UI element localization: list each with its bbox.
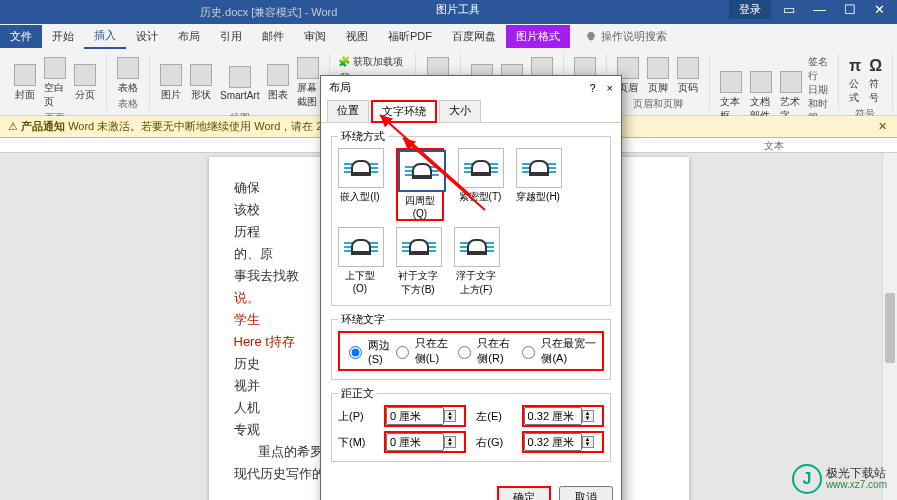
wrap-infront[interactable]: 浮于文字上方(F): [454, 227, 498, 297]
blank-page-button[interactable]: 空白页: [42, 55, 68, 111]
tab-file[interactable]: 文件: [0, 25, 42, 48]
equation-button[interactable]: π公式: [847, 55, 863, 107]
wrap-tight-icon: [458, 148, 504, 188]
tab-view[interactable]: 视图: [336, 25, 378, 48]
context-tab-name: 图片工具: [436, 2, 480, 17]
dist-top-label: 上(P): [338, 409, 374, 424]
watermark-logo: J 极光下载站 www.xz7.com: [792, 464, 887, 494]
dialog-close-icon[interactable]: ×: [607, 82, 613, 94]
distance-group: 距正文 上(P) ▲▼ 左(E) ▲▼ 下(M) ▲▼ 右(G) ▲▼: [331, 386, 611, 462]
pagenumber-button[interactable]: 页码: [675, 55, 701, 97]
group-text-label: 文本: [718, 139, 829, 153]
tab-design[interactable]: 设计: [126, 25, 168, 48]
wrap-style-legend: 环绕方式: [338, 129, 388, 144]
radio-right-only[interactable]: 只在右侧(R): [453, 336, 517, 366]
radio-left-only-input[interactable]: [396, 346, 409, 359]
warning-tag: 产品通知: [21, 119, 65, 134]
dist-left-input[interactable]: [524, 407, 582, 425]
radio-right-only-input[interactable]: [458, 346, 471, 359]
table-button[interactable]: 表格: [115, 55, 141, 97]
cover-page-button[interactable]: 封面: [12, 62, 38, 104]
screenshot-button[interactable]: 屏幕截图: [295, 55, 321, 111]
symbol-button[interactable]: Ω符号: [867, 55, 884, 107]
ribbon-options-icon[interactable]: ▭: [777, 2, 801, 17]
spinner-icon[interactable]: ▲▼: [582, 410, 594, 422]
wordart-icon: [780, 71, 802, 93]
wrap-square[interactable]: 四周型(Q): [396, 148, 444, 221]
tab-picture-format[interactable]: 图片格式: [506, 25, 570, 48]
wrap-inline-icon: [338, 148, 384, 188]
lightbulb-icon: [585, 31, 597, 43]
shapes-button[interactable]: 形状: [188, 62, 214, 104]
tab-layout[interactable]: 布局: [168, 25, 210, 48]
wrap-style-group: 环绕方式 嵌入型(I) 四周型(Q) 紧密型(T) 穿越型(H) 上下型(O) …: [331, 129, 611, 306]
dist-top-input[interactable]: [386, 407, 444, 425]
distance-legend: 距正文: [338, 386, 377, 401]
chart-button[interactable]: 图表: [265, 62, 291, 104]
wrap-inline[interactable]: 嵌入型(I): [338, 148, 382, 221]
tab-mailings[interactable]: 邮件: [252, 25, 294, 48]
logo-icon: J: [792, 464, 822, 494]
restore-icon[interactable]: ☐: [838, 2, 862, 17]
tab-review[interactable]: 审阅: [294, 25, 336, 48]
ribbon-tabs: 文件 开始 插入 设计 布局 引用 邮件 审阅 视图 福昕PDF 百度网盘 图片…: [0, 24, 897, 49]
scrollbar-thumb[interactable]: [885, 293, 895, 363]
footer-icon: [647, 57, 669, 79]
radio-both-sides[interactable]: 两边(S): [344, 336, 391, 366]
wrap-infront-icon: [454, 227, 500, 267]
wrap-behind[interactable]: 衬于文字下方(B): [396, 227, 440, 297]
tab-home[interactable]: 开始: [42, 25, 84, 48]
get-addins-button[interactable]: 🧩 获取加载项: [338, 55, 403, 69]
signature-line-button[interactable]: 签名行: [808, 55, 829, 83]
document-title: 历史.docx [兼容模式] - Word: [200, 5, 337, 20]
wrap-tight[interactable]: 紧密型(T): [458, 148, 502, 221]
logo-url: www.xz7.com: [826, 479, 887, 491]
textbox-icon: [720, 71, 742, 93]
spinner-icon[interactable]: ▲▼: [582, 436, 594, 448]
wrap-square-icon: [398, 150, 446, 192]
radio-largest-only[interactable]: 只在最宽一侧(A): [517, 336, 598, 366]
radio-largest-only-input[interactable]: [522, 346, 535, 359]
close-icon[interactable]: ✕: [868, 2, 891, 17]
cancel-button[interactable]: 取消: [559, 486, 613, 500]
radio-both-sides-input[interactable]: [349, 346, 362, 359]
wrap-text-group: 环绕文字 两边(S) 只在左侧(L) 只在右侧(R) 只在最宽一侧(A): [331, 312, 611, 380]
warning-icon: ⚠: [8, 120, 18, 133]
dist-right-input[interactable]: [524, 433, 582, 451]
group-headerfooter-label: 页眉和页脚: [615, 97, 701, 111]
minimize-icon[interactable]: —: [807, 2, 832, 17]
dialog-help-icon[interactable]: ?: [589, 82, 595, 94]
picture-icon: [160, 64, 182, 86]
tab-references[interactable]: 引用: [210, 25, 252, 48]
page-break-button[interactable]: 分页: [72, 62, 98, 104]
pagebreak-icon: [74, 64, 96, 86]
coverpage-icon: [14, 64, 36, 86]
vertical-scrollbar[interactable]: [882, 153, 897, 500]
dialog-tab-textwrap[interactable]: 文字环绕: [371, 100, 437, 123]
spinner-icon[interactable]: ▲▼: [444, 436, 456, 448]
tell-me-search[interactable]: 操作说明搜索: [585, 29, 667, 44]
tab-foxit[interactable]: 福昕PDF: [378, 25, 442, 48]
table-icon: [117, 57, 139, 79]
warning-close-icon[interactable]: ✕: [878, 120, 887, 133]
wrap-through[interactable]: 穿越型(H): [516, 148, 560, 221]
layout-dialog: 布局 ? × 位置 文字环绕 大小 环绕方式 嵌入型(I) 四周型(Q) 紧密型…: [320, 75, 622, 500]
dialog-tab-position[interactable]: 位置: [327, 100, 369, 123]
picture-button[interactable]: 图片: [158, 62, 184, 104]
dist-bottom-input[interactable]: [386, 433, 444, 451]
tab-baidu[interactable]: 百度网盘: [442, 25, 506, 48]
footer-button[interactable]: 页脚: [645, 55, 671, 97]
login-button[interactable]: 登录: [729, 0, 771, 19]
spinner-icon[interactable]: ▲▼: [444, 410, 456, 422]
tab-insert[interactable]: 插入: [84, 24, 126, 49]
quickparts-icon: [750, 71, 772, 93]
wrap-through-icon: [516, 148, 562, 188]
ok-button[interactable]: 确定: [497, 486, 551, 500]
wrap-topbottom[interactable]: 上下型(O): [338, 227, 382, 297]
dialog-title: 布局: [329, 80, 351, 95]
dialog-titlebar[interactable]: 布局 ? ×: [321, 76, 621, 99]
dialog-tab-size[interactable]: 大小: [439, 100, 481, 123]
wrap-text-legend: 环绕文字: [338, 312, 388, 327]
radio-left-only[interactable]: 只在左侧(L): [391, 336, 454, 366]
smartart-button[interactable]: SmartArt: [218, 64, 261, 103]
